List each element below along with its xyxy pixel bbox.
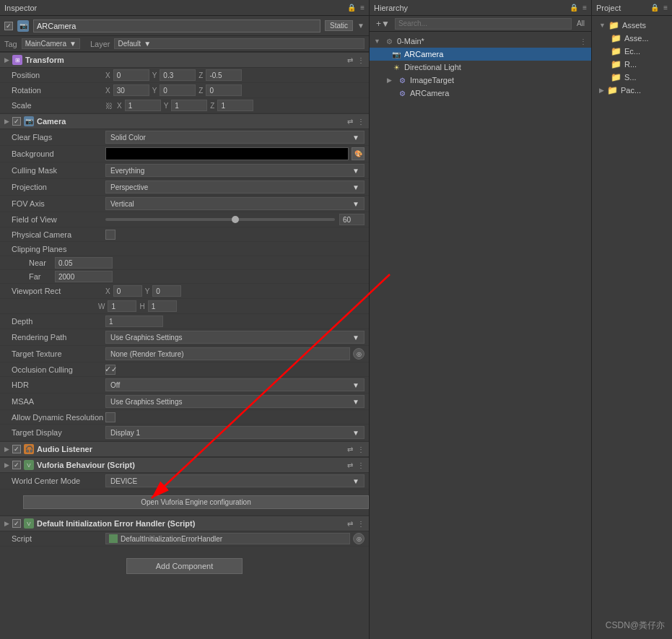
camera-arrow[interactable]: ▶ [4,118,9,125]
error-handler-settings-icon[interactable]: ⇄ [347,520,353,528]
project-folder-ec[interactable]: 📁 Ec... [608,45,668,58]
transform-menu-icon[interactable]: ⋮ [357,56,365,64]
hierarchy-header: Hierarchy 🔒 ≡ [370,0,591,16]
viewport-w-input[interactable] [108,300,136,312]
position-x-input[interactable] [113,69,149,81]
error-handler-icon: V [24,518,34,529]
transform-icon: ⊞ [12,55,22,65]
transform-settings-icon[interactable]: ⇄ [347,56,353,64]
rotation-z-input[interactable] [206,84,242,96]
rotation-x-input[interactable] [113,84,149,96]
hierarchy-all-btn[interactable]: All [575,19,587,28]
hierarchy-item-scene[interactable]: ▼ ⚙ 0-Main* ⋮ [370,35,591,48]
viewport-h-input[interactable] [148,300,177,312]
audio-arrow[interactable]: ▶ [4,445,9,453]
script-file-field[interactable]: DefaultInitializationErrorHandler [105,533,350,544]
camera-section-header: ▶ 📷 Camera ⇄ ⋮ [0,113,369,129]
add-component-button[interactable]: Add Component [126,558,243,574]
camera-settings-icon[interactable]: ⇄ [347,118,353,126]
tag-dropdown[interactable]: MainCamera ▼ [22,38,80,49]
background-color-swatch[interactable] [105,147,349,160]
scale-x-input[interactable] [125,100,161,111]
object-enabled-checkbox[interactable] [4,22,13,30]
camera-menu-icon[interactable]: ⋮ [357,118,365,126]
hdr-dropdown[interactable]: Off ▼ [105,378,365,391]
vuforia-menu-icon[interactable]: ⋮ [357,461,365,469]
vuforia-enabled-checkbox[interactable] [12,461,21,469]
projection-dropdown[interactable]: Perspective ▼ [105,181,365,194]
viewport-y-input[interactable] [152,285,181,297]
hierarchy-add-btn[interactable]: +▼ [374,18,392,30]
fov-slider-track[interactable] [105,218,335,221]
msaa-label: MSAA [12,397,105,406]
near-label: Near [29,258,51,267]
project-folder-s[interactable]: 📁 S... [608,71,668,84]
far-value-input[interactable] [55,271,113,282]
layer-dropdown[interactable]: Default ▼ [114,38,365,49]
error-handler-arrow[interactable]: ▶ [4,520,9,527]
transform-arrow[interactable]: ▶ [4,56,9,64]
menu-icon[interactable]: ≡ [360,4,365,12]
object-name-input[interactable] [33,19,320,32]
rendering-path-row: Rendering Path Use Graphics Settings ▼ [0,329,369,346]
position-label: Position [12,71,105,79]
open-vuforia-btn[interactable]: Open Vuforia Engine configuration [23,495,369,509]
hierarchy-lock-icon[interactable]: 🔒 [570,4,578,12]
physical-camera-checkbox[interactable] [105,230,115,240]
scale-y-input[interactable] [171,100,207,111]
allow-dynamic-resolution-checkbox[interactable] [105,412,115,422]
project-folder-r[interactable]: 📁 R... [608,58,668,71]
target-texture-picker-btn[interactable]: ◎ [353,348,365,360]
hierarchy-search-input[interactable] [395,18,572,30]
fov-slider-thumb[interactable] [232,216,239,223]
camera-enabled-checkbox[interactable] [12,117,21,126]
error-handler-enabled-checkbox[interactable] [12,519,21,528]
hierarchy-item-arcamera2[interactable]: ⚙ ARCamera [370,87,591,100]
msaa-row: MSAA Use Graphics Settings ▼ [0,394,369,410]
project-menu-icon[interactable]: ≡ [663,4,668,12]
project-folder-asse[interactable]: 📁 Asse... [608,32,668,45]
error-handler-menu-icon[interactable]: ⋮ [357,520,365,528]
script-picker-btn[interactable]: ◎ [353,533,365,544]
hierarchy-menu-icon[interactable]: ≡ [582,4,587,12]
fov-axis-dropdown[interactable]: Vertical ▼ [105,197,365,210]
hierarchy-item-directional-light[interactable]: ☀ Directional Light [370,61,591,74]
vuforia-settings-icon[interactable]: ⇄ [347,461,353,469]
background-eyedropper[interactable]: 🎨 [352,147,365,160]
project-folder-pac[interactable]: ▶ 📁 Pac... [596,84,668,97]
depth-row: Depth [0,314,369,329]
culling-mask-dropdown[interactable]: Everything ▼ [105,164,365,177]
near-value-input[interactable] [55,257,113,269]
project-lock-icon[interactable]: 🔒 [650,4,659,12]
project-folder-assets[interactable]: ▼ 📁 Assets [596,19,668,32]
culling-mask-value: Everything ▼ [105,164,365,177]
hierarchy-item-image-target[interactable]: ▶ ⚙ ImageTarget [370,74,591,87]
scene-menu[interactable]: ⋮ [580,38,587,45]
hierarchy-item-arcamera[interactable]: 📷 ARCamera [370,48,591,61]
position-z-input[interactable] [206,69,242,81]
msaa-dropdown[interactable]: Use Graphics Settings ▼ [105,395,365,408]
static-dropdown-arrow[interactable]: ▼ [357,22,365,30]
lock-icon[interactable]: 🔒 [347,4,356,12]
position-y-input[interactable] [160,69,196,81]
scale-z-input[interactable] [217,100,253,111]
rotation-y-input[interactable] [160,84,196,96]
viewport-x-input[interactable] [113,285,142,297]
target-texture-dropdown[interactable]: None (Render Texture) [105,347,350,360]
fov-value-input[interactable] [339,214,365,225]
audio-settings-icon[interactable]: ⇄ [347,445,353,453]
camera-actions: ⇄ ⋮ [347,118,365,126]
depth-input[interactable] [105,316,163,327]
clear-flags-dropdown[interactable]: Solid Color ▼ [105,131,365,144]
audio-enabled-checkbox[interactable] [12,445,21,453]
vuforia-arrow[interactable]: ▶ [4,461,9,469]
audio-menu-icon[interactable]: ⋮ [357,445,365,453]
occlusion-culling-checkbox[interactable]: ✓ [105,365,115,375]
world-center-dropdown[interactable]: DEVICE ▼ [105,474,365,487]
vuforia-title: Vuforia Behaviour (Script) [37,461,344,469]
assets-subfolders: 📁 Asse... 📁 Ec... 📁 R... [596,32,668,71]
static-button[interactable]: Static [325,20,353,31]
target-display-dropdown[interactable]: Display 1 ▼ [105,426,365,439]
allow-dynamic-resolution-row: Allow Dynamic Resolution [0,410,369,425]
rendering-path-dropdown[interactable]: Use Graphics Settings ▼ [105,331,365,344]
